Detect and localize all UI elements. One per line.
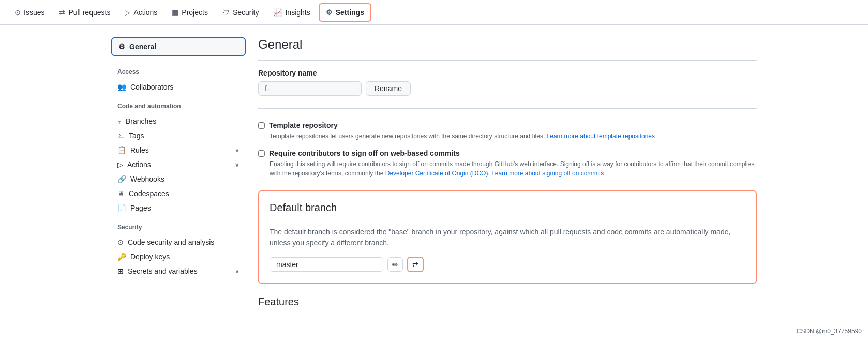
switch-branch-button[interactable]: ⇄ [407, 257, 424, 272]
edit-branch-button[interactable]: ✏ [387, 257, 403, 272]
sidebar-label-secrets: Secrets and variables [128, 267, 198, 275]
general-sidebar-icon: ⚙ [118, 42, 125, 51]
switch-icon: ⇄ [412, 260, 418, 269]
sidebar-label-collaborators: Collaborators [130, 83, 173, 91]
sidebar-item-pages[interactable]: 📄 Pages [111, 201, 246, 215]
template-repo-link[interactable]: Learn more about template repositories [547, 132, 655, 140]
sign-off-checkbox[interactable] [258, 150, 265, 157]
template-repo-label: Template repository [269, 121, 338, 129]
sidebar-item-collaborators[interactable]: 👥 Collaborators [111, 80, 246, 94]
sidebar-label-codespaces: Codespaces [129, 189, 169, 198]
sidebar-item-secrets[interactable]: ⊞ Secrets and variables ∨ [111, 264, 246, 278]
dco-link[interactable]: Developer Certificate of Origin (DCO). [385, 170, 490, 177]
template-repo-desc: Template repositories let users generate… [270, 131, 757, 141]
sidebar-item-webhooks[interactable]: 🔗 Webhooks [111, 172, 246, 186]
sign-off-label: Require contributors to sign off on web-… [269, 149, 460, 157]
actions-chevron-icon: ∨ [235, 161, 240, 168]
codespaces-icon: 🖥 [117, 189, 125, 198]
sidebar-section-security: Security [111, 215, 246, 235]
template-repo-checkbox[interactable] [258, 122, 265, 129]
webhooks-icon: 🔗 [117, 175, 126, 183]
main-content: General Repository name Rename Template … [258, 37, 757, 308]
tags-icon: 🏷 [117, 131, 125, 140]
actions-sidebar-icon: ▷ [117, 160, 123, 169]
branches-icon: ⑂ [117, 117, 122, 125]
sidebar-section-access: Access [111, 60, 246, 80]
edit-icon: ✏ [392, 260, 398, 269]
sidebar-item-actions[interactable]: ▷ Actions ∨ [111, 157, 246, 172]
settings-icon: ⚙ [326, 8, 333, 17]
nav-item-actions[interactable]: ▷ Actions [118, 4, 163, 21]
sidebar-item-branches[interactable]: ⑂ Branches [111, 114, 246, 128]
collaborators-icon: 👥 [117, 83, 126, 91]
sidebar-label-code-security: Code security and analysis [128, 238, 214, 246]
sidebar: ⚙ General Access 👥 Collaborators Code an… [111, 37, 246, 308]
default-branch-title: Default branch [270, 202, 745, 220]
nav-label-projects: Projects [182, 8, 208, 17]
projects-icon: ▦ [172, 8, 178, 17]
page-title: General [258, 37, 757, 61]
rules-chevron-icon: ∨ [235, 146, 240, 154]
sign-off-section: Require contributors to sign off on web-… [258, 149, 757, 178]
nav-label-settings: Settings [336, 8, 364, 17]
nav-label-security: Security [233, 8, 259, 17]
sidebar-label-actions: Actions [127, 160, 151, 169]
sidebar-section-code-automation: Code and automation [111, 94, 246, 114]
sidebar-label-rules: Rules [130, 146, 149, 154]
sidebar-label-pages: Pages [130, 204, 151, 212]
nav-label-actions: Actions [133, 8, 157, 17]
nav-item-settings[interactable]: ⚙ Settings [319, 3, 371, 22]
sidebar-label-webhooks: Webhooks [130, 175, 164, 183]
insights-icon: 📈 [273, 8, 282, 17]
sidebar-item-codespaces[interactable]: 🖥 Codespaces [111, 186, 246, 201]
sign-off-link[interactable]: Learn more about signing off on commits [491, 170, 604, 177]
repo-name-label: Repository name [258, 69, 757, 77]
deploy-keys-icon: 🔑 [117, 253, 126, 261]
default-branch-desc: The default branch is considered the "ba… [270, 227, 745, 248]
sign-off-desc: Enabling this setting will require contr… [270, 159, 757, 178]
nav-item-insights[interactable]: 📈 Insights [267, 4, 316, 21]
sidebar-label-deploy-keys: Deploy keys [130, 253, 170, 261]
sidebar-label-branches: Branches [126, 117, 156, 125]
nav-item-security[interactable]: 🛡 Security [216, 4, 265, 21]
nav-label-pull-requests: Pull requests [68, 8, 110, 17]
default-branch-box: Default branch The default branch is con… [258, 190, 757, 284]
repo-name-group: Repository name Rename [258, 69, 757, 96]
nav-item-issues[interactable]: ⊙ Issues [8, 4, 51, 21]
pull-requests-icon: ⇄ [59, 8, 65, 17]
security-icon: 🛡 [222, 8, 230, 17]
layout: ⚙ General Access 👥 Collaborators Code an… [103, 25, 765, 320]
nav-label-insights: Insights [285, 8, 310, 17]
top-nav: ⊙ Issues ⇄ Pull requests ▷ Actions ▦ Pro… [0, 0, 868, 25]
actions-icon: ▷ [125, 8, 130, 17]
rules-icon: 📋 [117, 146, 126, 154]
nav-item-pull-requests[interactable]: ⇄ Pull requests [53, 4, 116, 21]
pages-icon: 📄 [117, 204, 126, 212]
sidebar-item-code-security[interactable]: ⊙ Code security and analysis [111, 235, 246, 249]
nav-label-issues: Issues [24, 8, 44, 17]
sidebar-item-deploy-keys[interactable]: 🔑 Deploy keys [111, 249, 246, 264]
issues-icon: ⊙ [14, 8, 21, 17]
repo-name-input[interactable] [258, 81, 362, 96]
divider-1 [258, 108, 757, 109]
sidebar-item-tags[interactable]: 🏷 Tags [111, 128, 246, 143]
features-title: Features [258, 296, 757, 308]
template-repo-section: Template repository Template repositorie… [258, 121, 757, 141]
sidebar-item-general[interactable]: ⚙ General [111, 37, 246, 56]
nav-item-projects[interactable]: ▦ Projects [166, 4, 214, 21]
branch-name-input[interactable] [270, 257, 383, 272]
sidebar-label-tags: Tags [129, 131, 144, 140]
secrets-icon: ⊞ [117, 267, 124, 275]
sidebar-general-label: General [129, 42, 156, 51]
secrets-chevron-icon: ∨ [235, 268, 240, 275]
code-security-icon: ⊙ [117, 238, 124, 246]
sidebar-item-rules[interactable]: 📋 Rules ∨ [111, 143, 246, 157]
rename-button[interactable]: Rename [366, 81, 411, 96]
